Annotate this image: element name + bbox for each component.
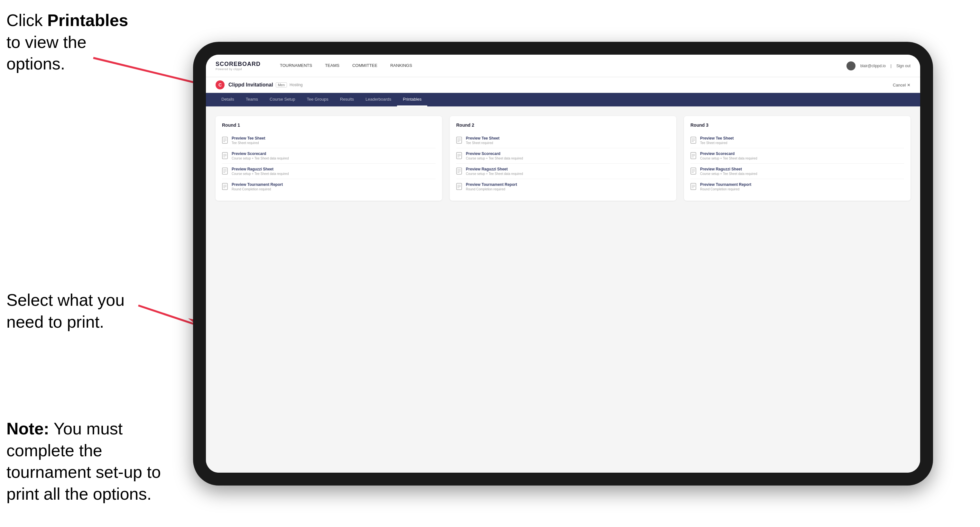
round2-tee-sheet-text: Preview Tee Sheet Tee Sheet required xyxy=(466,136,500,145)
tab-tee-groups[interactable]: Tee Groups xyxy=(301,93,334,106)
tab-leaderboards[interactable]: Leaderboards xyxy=(360,93,397,106)
round1-tee-sheet-subtitle: Tee Sheet required xyxy=(232,141,266,145)
round2-scorecard-icon xyxy=(456,152,463,160)
sign-out-text[interactable]: Sign out xyxy=(896,63,910,68)
round3-raguzzi-icon xyxy=(690,168,697,175)
svg-line-2 xyxy=(138,305,196,325)
logo-sub: Powered by clippd xyxy=(216,68,261,71)
top-nav-right: blair@clippd.io | Sign out xyxy=(846,62,910,70)
round1-scorecard-title[interactable]: Preview Scorecard xyxy=(232,151,289,156)
round-1-column: Round 1 Preview Tee Sheet xyxy=(216,116,442,201)
round3-tee-sheet[interactable]: Preview Tee Sheet Tee Sheet required xyxy=(690,133,904,148)
round-1-title: Round 1 xyxy=(222,122,436,128)
round3-scorecard-title[interactable]: Preview Scorecard xyxy=(700,151,757,156)
round2-tee-sheet[interactable]: Preview Tee Sheet Tee Sheet required xyxy=(456,133,670,148)
round2-tournament-report-subtitle: Round Completion required xyxy=(466,187,517,191)
round3-scorecard-subtitle: Course setup + Tee Sheet data required xyxy=(700,157,757,160)
round2-tee-sheet-icon xyxy=(456,137,463,144)
round1-raguzzi[interactable]: Preview Raguzzi Sheet Course setup + Tee… xyxy=(222,163,436,179)
tournament-logo: C xyxy=(216,80,224,89)
printables-bold: Printables xyxy=(47,11,128,30)
user-email: blair@clippd.io xyxy=(860,63,886,68)
nav-item-rankings[interactable]: RANKINGS xyxy=(384,55,418,77)
round2-raguzzi[interactable]: Preview Raguzzi Sheet Course setup + Tee… xyxy=(456,163,670,179)
note-bold: Note: xyxy=(6,419,49,438)
round2-raguzzi-text: Preview Raguzzi Sheet Course setup + Tee… xyxy=(466,167,523,176)
instruction-top: Click Printables to view the options. xyxy=(6,10,142,75)
round1-scorecard-text: Preview Scorecard Course setup + Tee She… xyxy=(232,151,289,160)
instruction-middle-text: Select what you need to print. xyxy=(6,290,124,331)
round1-raguzzi-subtitle: Course setup + Tee Sheet data required xyxy=(232,172,289,176)
round2-scorecard[interactable]: Preview Scorecard Course setup + Tee She… xyxy=(456,148,670,163)
round3-tournament-report-title[interactable]: Preview Tournament Report xyxy=(700,182,751,187)
nav-item-teams[interactable]: TEAMS xyxy=(318,55,346,77)
round1-tournament-report[interactable]: Preview Tournament Report Round Completi… xyxy=(222,179,436,194)
round3-tournament-report-text: Preview Tournament Report Round Completi… xyxy=(700,182,751,191)
round2-tournament-report[interactable]: Preview Tournament Report Round Completi… xyxy=(456,179,670,194)
sub-nav: Details Teams Course Setup Tee Groups Re… xyxy=(206,93,920,106)
nav-item-committee[interactable]: COMMITTEE xyxy=(346,55,384,77)
round-3-column: Round 3 Preview Tee Sheet xyxy=(684,116,910,201)
user-avatar xyxy=(846,62,856,70)
round1-tee-sheet-title[interactable]: Preview Tee Sheet xyxy=(232,136,266,141)
round1-tee-sheet-text: Preview Tee Sheet Tee Sheet required xyxy=(232,136,266,145)
round3-scorecard-text: Preview Scorecard Course setup + Tee She… xyxy=(700,151,757,160)
round2-scorecard-title[interactable]: Preview Scorecard xyxy=(466,151,523,156)
logo-area: SCOREBOARD Powered by clippd xyxy=(216,61,261,71)
round3-scorecard[interactable]: Preview Scorecard Course setup + Tee She… xyxy=(690,148,904,163)
round3-raguzzi-title[interactable]: Preview Raguzzi Sheet xyxy=(700,167,757,171)
round1-raguzzi-title[interactable]: Preview Raguzzi Sheet xyxy=(232,167,289,171)
round1-tournament-report-title[interactable]: Preview Tournament Report xyxy=(232,182,283,187)
round3-tournament-report[interactable]: Preview Tournament Report Round Completi… xyxy=(690,179,904,194)
raguzzi-icon xyxy=(222,168,228,175)
round3-tournament-report-icon xyxy=(690,183,697,190)
round2-raguzzi-subtitle: Course setup + Tee Sheet data required xyxy=(466,172,523,176)
round-2-title: Round 2 xyxy=(456,122,670,128)
round3-tee-sheet-subtitle: Tee Sheet required xyxy=(700,141,734,145)
round2-tee-sheet-subtitle: Tee Sheet required xyxy=(466,141,500,145)
round3-tournament-report-subtitle: Round Completion required xyxy=(700,187,751,191)
tab-results[interactable]: Results xyxy=(334,93,360,106)
nav-item-tournaments[interactable]: TOURNAMENTS xyxy=(274,55,318,77)
tab-printables[interactable]: Printables xyxy=(397,93,427,106)
round3-raguzzi-text: Preview Raguzzi Sheet Course setup + Tee… xyxy=(700,167,757,176)
instruction-middle: Select what you need to print. xyxy=(6,289,142,333)
tournament-badge: Men xyxy=(276,82,287,87)
round-2-column: Round 2 Preview Tee Sheet xyxy=(450,116,676,201)
round2-tee-sheet-title[interactable]: Preview Tee Sheet xyxy=(466,136,500,141)
tournament-report-icon xyxy=(222,183,228,190)
instruction-bottom: Note: You must complete the tournament s… xyxy=(6,418,167,505)
round3-tee-sheet-text: Preview Tee Sheet Tee Sheet required xyxy=(700,136,734,145)
round2-tournament-report-icon xyxy=(456,183,463,190)
logo-title: SCOREBOARD xyxy=(216,61,261,68)
round1-tournament-report-text: Preview Tournament Report Round Completi… xyxy=(232,182,283,191)
round-3-title: Round 3 xyxy=(690,122,904,128)
tournament-header: C Clippd Invitational Men Hosting Cancel… xyxy=(206,77,920,93)
tab-course-setup[interactable]: Course Setup xyxy=(264,93,301,106)
round1-raguzzi-text: Preview Raguzzi Sheet Course setup + Tee… xyxy=(232,167,289,176)
round1-scorecard[interactable]: Preview Scorecard Course setup + Tee She… xyxy=(222,148,436,163)
tournament-name: Clippd Invitational xyxy=(228,82,273,88)
scorecard-icon xyxy=(222,152,228,160)
round1-tournament-report-subtitle: Round Completion required xyxy=(232,187,283,191)
tournament-status: Hosting xyxy=(290,83,303,87)
rounds-grid: Round 1 Preview Tee Sheet xyxy=(216,116,910,201)
round3-scorecard-icon xyxy=(690,152,697,160)
round2-raguzzi-title[interactable]: Preview Raguzzi Sheet xyxy=(466,167,523,171)
cancel-button[interactable]: Cancel ✕ xyxy=(893,83,910,87)
round2-raguzzi-icon xyxy=(456,168,463,175)
round3-raguzzi-subtitle: Course setup + Tee Sheet data required xyxy=(700,172,757,176)
round3-tee-sheet-title[interactable]: Preview Tee Sheet xyxy=(700,136,734,141)
top-nav: SCOREBOARD Powered by clippd TOURNAMENTS… xyxy=(206,55,920,77)
tab-teams[interactable]: Teams xyxy=(240,93,264,106)
instruction-top-text: Click Printables to view the options. xyxy=(6,11,128,73)
round1-tee-sheet[interactable]: Preview Tee Sheet Tee Sheet required xyxy=(222,133,436,148)
tab-details[interactable]: Details xyxy=(216,93,240,106)
main-nav: TOURNAMENTS TEAMS COMMITTEE RANKINGS xyxy=(274,55,846,77)
round2-tournament-report-title[interactable]: Preview Tournament Report xyxy=(466,182,517,187)
round3-raguzzi[interactable]: Preview Raguzzi Sheet Course setup + Tee… xyxy=(690,163,904,179)
sign-out-link[interactable]: | xyxy=(891,63,891,68)
round3-tee-sheet-icon xyxy=(690,137,697,144)
tablet-screen: SCOREBOARD Powered by clippd TOURNAMENTS… xyxy=(206,55,920,473)
main-content: Round 1 Preview Tee Sheet xyxy=(206,106,920,473)
